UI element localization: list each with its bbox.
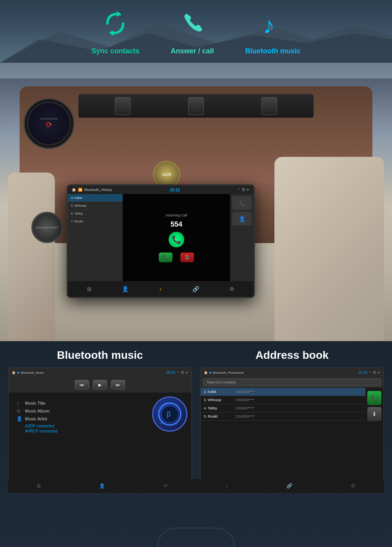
screen-app-name: Bluetooth_History [84,188,112,192]
svg-marker-3 [109,31,114,36]
address-status-bar: 🏠 Bluetooth_Phonebook 10:15 ⌃ ☰ ↩ [201,368,383,377]
svg-text:♪: ♪ [263,12,275,38]
screen-status-bar: 🏠 📶 Bluetooth_History 10:13 ⌃ ☰ ↩ [68,185,254,194]
music-album-row: ⊙ Music Album [16,408,144,414]
call-buttons: 📞 📵 [159,253,194,262]
head-unit-screen: 🏠 📶 Bluetooth_History 10:13 ⌃ ☰ ↩ 4. Kak… [68,185,254,297]
screen-contact-5[interactable]: 5. Whissop [68,202,123,210]
music-artist-row: 👤 Music Artist [16,416,144,422]
contact-num-3: 1353607**** [235,406,362,410]
head-unit: 🏠 📶 Bluetooth_History 10:13 ⌃ ☰ ↩ 4. Kak… [67,184,255,298]
speedometer: 20 40 60 80 100 ⟳ [24,98,74,149]
screen-status-right: ⌃ ☰ ↩ [237,188,250,192]
save-contact-button[interactable]: ⬇ [367,407,381,421]
music-status-bar: 🏠 Bluetooth_Music 08:33 ⌃ ☰ ↩ [9,368,191,377]
music-note-icon: ♪ [16,400,22,406]
address-mini-screen: 🏠 Bluetooth_Phonebook 10:15 ⌃ ☰ ↩ Total … [200,367,384,493]
music-album-text: Music Album [25,409,49,413]
screen-menu-icon: ☰ [242,188,245,192]
music-title-row: ♪ Music Title [16,400,144,406]
music-app-name: Bluetooth_Music [21,371,44,374]
address-home-icon: 🏠 [204,371,208,374]
contact-num-1: 1351044**** [235,390,362,394]
music-home-icon: 🏠 [12,371,16,374]
screen-nav-person[interactable]: 👤 [122,286,129,292]
bluetooth-music-panel: Bluetooth music 🏠 Bluetooth_Music 08:33 … [8,349,192,493]
music-artist-text: Music Artist [25,416,47,421]
screen-phone-btn[interactable]: 📞 [232,196,252,210]
contacts-search-area: Total 514 Contacts [201,377,383,388]
addr-nav-settings[interactable]: ⚙ [351,483,355,489]
engine-button: ENGINE START [31,212,63,243]
music-mini-screen: 🏠 Bluetooth_Music 08:33 ⌃ ☰ ↩ ⏮ ▶ ⏭ [8,367,192,493]
address-expand-icon: ⌃ [369,371,372,374]
contact-name-3: 4. Tabby [204,406,235,410]
screen-contact-4[interactable]: 4. Kakik [68,194,123,202]
contact-row-1[interactable]: 2. Kakik 1351044**** [201,388,365,396]
sync-icon [100,8,131,43]
seat-left [8,173,55,341]
music-icon: ♪ [257,8,289,43]
contact-name-2: 3. Whissop [204,398,235,402]
addr-nav-note[interactable]: ♪ [226,483,228,489]
music-expand-icon: ⌃ [177,371,180,374]
call-label: Answer / call [171,47,214,55]
accept-call-button[interactable]: 📞 [159,253,172,262]
screen-nav-link[interactable]: 🔗 [192,286,199,292]
screen-expand-icon: ⌃ [237,188,240,192]
address-time: 10:15 [358,371,367,374]
contact-row-2[interactable]: 3. Whissop 1392902**** [201,396,365,404]
speed-needle: ⟳ [46,120,53,129]
prev-button[interactable]: ⏮ [75,380,89,389]
contact-name-4: 5. Rooikl [204,414,235,418]
feature-icons-row: Sync contacts Answer / call ♪ Bluetooth … [0,8,392,55]
call-title: Incoming Call [166,213,187,217]
a2dp-status: A2DP connected [16,424,144,428]
svg-marker-2 [117,11,122,16]
music-back-icon: ↩ [185,371,188,374]
music-status-dot [17,372,19,374]
screen-contact-btn[interactable]: 👤 [232,212,252,225]
play-button[interactable]: ▶ [93,380,107,389]
screen-nav-music[interactable]: ♪ [159,286,162,292]
addr-nav-link[interactable]: 🔗 [287,483,292,489]
svg-text:♪: ♪ [160,419,163,425]
music-main-area: ♪ Music Title ⊙ Music Album 👤 Music Arti… [9,393,191,441]
contact-row-4[interactable]: 5. Rooikl 1314583**** [201,413,365,421]
incoming-call-overlay: Incoming Call 554 📞 📞 📵 [123,194,230,281]
contact-row-3[interactable]: 4. Tabby 1353607**** [201,404,365,413]
address-back-icon: ↩ [377,371,380,374]
screen-time: 10:13 [170,188,180,192]
address-book-panel: Address book 🏠 Bluetooth_Phonebook 10:15… [200,349,384,493]
screen-right-panel: 📞 👤 [230,194,254,281]
reject-call-button[interactable]: 📵 [180,253,194,262]
screen-contact-7[interactable]: 7. Rooikl [68,218,123,225]
total-contacts-bar[interactable]: Total 514 Contacts [203,378,381,386]
screen-home-icon: 🏠 [72,188,76,192]
screen-bottom-nav: ⊞ 👤 ♪ 🔗 ⚙ [68,281,254,297]
sync-label: Sync contacts [91,47,139,55]
address-app-name: Bluetooth_Phonebook [213,371,244,374]
address-status-dot [209,372,211,374]
contacts-panel-inner: 2. Kakik 1351044**** 3. Whissop 1392902*… [201,388,383,424]
screen-nav-settings[interactable]: ⚙ [229,286,234,292]
screen-contact-6[interactable]: 6. Tabby [68,210,123,218]
music-time: 08:33 [166,371,175,374]
contact-name-1: 2. Kakik [204,390,235,394]
bottom-notch [157,527,235,547]
bluetooth-music-title: Bluetooth music [8,349,192,362]
call-contact-button[interactable]: 📞 [367,391,381,405]
screen-nav-grid[interactable]: ⊞ [87,286,92,292]
screen-status-left: 🏠 📶 Bluetooth_History [72,188,112,192]
avrcp-status: AVRCP connected [16,429,144,433]
music-status-right: 08:33 ⌃ ☰ ↩ [166,371,188,374]
album-art: β ♪ [152,396,187,432]
next-button[interactable]: ⏭ [111,380,125,389]
screen-contacts: 4. Kakik 5. Whissop 6. Tabby 7. Rooikl [68,194,123,281]
address-action-buttons: 📞 ⬇ [365,388,383,424]
call-avatar: 📞 [169,232,184,247]
music-status-left: 🏠 Bluetooth_Music [12,371,44,374]
address-book-title: Address book [200,349,384,362]
screen-back-icon: ↩ [247,188,250,192]
svg-text:β: β [167,410,171,418]
